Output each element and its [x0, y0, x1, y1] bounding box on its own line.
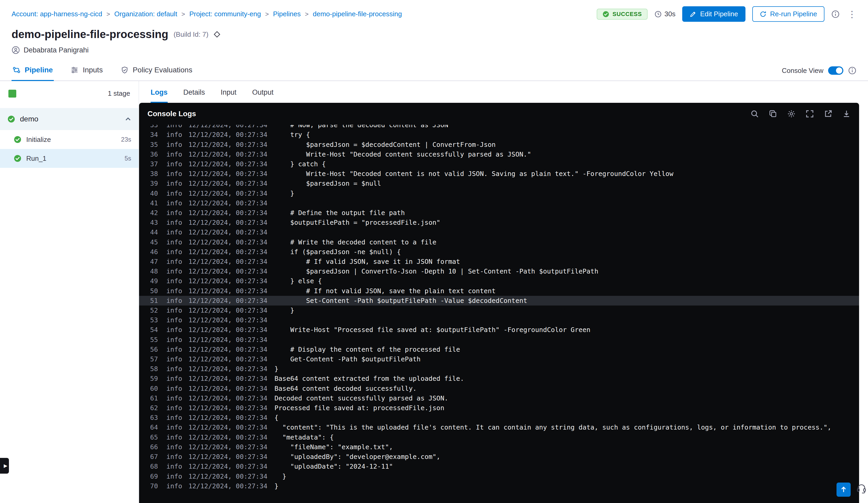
- log-line: 38info12/12/2024, 00:27:34 Write-Host "D…: [139, 169, 859, 179]
- status-badge: SUCCESS: [597, 9, 648, 20]
- log-timestamp: 12/12/2024, 00:27:34: [188, 169, 275, 179]
- log-text: $parsedJson = $null: [275, 179, 381, 188]
- log-timestamp: 12/12/2024, 00:27:34: [188, 218, 275, 227]
- step-initialize[interactable]: Initialize23s: [0, 130, 138, 149]
- tab-label: Inputs: [83, 66, 103, 74]
- main: LogsDetailsInputOutput Console Logs 33in…: [139, 81, 868, 503]
- log-text: } else {: [275, 276, 322, 286]
- console-view-toggle[interactable]: [828, 66, 843, 75]
- log-line: 36info12/12/2024, 00:27:34 Write-Host "D…: [139, 149, 859, 159]
- log-line: 34info12/12/2024, 00:27:34 try {: [139, 130, 859, 139]
- log-timestamp: 12/12/2024, 00:27:34: [188, 364, 275, 374]
- search-icon[interactable]: [751, 109, 759, 118]
- chevron-up-icon[interactable]: [125, 116, 131, 122]
- log-tab-input[interactable]: Input: [221, 88, 236, 103]
- log-line-number: 46: [144, 247, 158, 257]
- log-line: 57info12/12/2024, 00:27:34 Get-Content -…: [139, 354, 859, 364]
- duration-text: 30s: [664, 10, 675, 18]
- log-timestamp: 12/12/2024, 00:27:34: [188, 227, 275, 237]
- tab-pipeline[interactable]: Pipeline: [12, 61, 54, 81]
- top-bar: Account: app-harness-ng-cicd>Organizatio…: [0, 0, 868, 22]
- copy-icon[interactable]: [769, 109, 777, 118]
- log-timestamp: 12/12/2024, 00:27:34: [188, 125, 275, 130]
- log-timestamp: 12/12/2024, 00:27:34: [188, 276, 275, 286]
- settings-icon[interactable]: [787, 109, 796, 118]
- log-line: 62info12/12/2024, 00:27:34Processed file…: [139, 403, 859, 413]
- log-level: info: [166, 374, 188, 384]
- log-line: 69info12/12/2024, 00:27:34 }: [139, 472, 859, 481]
- breadcrumb-link[interactable]: Organization: default: [114, 10, 177, 18]
- step-run_1[interactable]: Run_15s: [0, 149, 138, 168]
- log-level: info: [166, 266, 188, 276]
- more-options-button[interactable]: ⋮: [847, 10, 858, 19]
- console-title: Console Logs: [147, 109, 196, 118]
- log-line-number: 39: [144, 179, 158, 188]
- log-timestamp: 12/12/2024, 00:27:34: [188, 247, 275, 257]
- breadcrumb-link[interactable]: Project: community-eng: [189, 10, 261, 18]
- rerun-pipeline-button[interactable]: Re-run Pipeline: [752, 6, 825, 22]
- step-duration: 23s: [121, 136, 131, 143]
- log-level: info: [166, 335, 188, 345]
- log-line: 68info12/12/2024, 00:27:34 "uploadDate":…: [139, 462, 859, 471]
- support-headset-icon[interactable]: [856, 483, 867, 494]
- download-icon[interactable]: [842, 109, 851, 118]
- log-timestamp: 12/12/2024, 00:27:34: [188, 422, 275, 432]
- step-name: Initialize: [26, 136, 51, 144]
- log-line: 54info12/12/2024, 00:27:34 Write-Host "P…: [139, 325, 859, 335]
- edit-pipeline-label: Edit Pipeline: [700, 10, 738, 18]
- log-level: info: [166, 413, 188, 422]
- log-line-number: 45: [144, 237, 158, 247]
- log-line-number: 66: [144, 442, 158, 452]
- log-timestamp: 12/12/2024, 00:27:34: [188, 296, 275, 305]
- log-line: 50info12/12/2024, 00:27:34 # If not vali…: [139, 286, 859, 296]
- log-line-number: 38: [144, 169, 158, 179]
- log-line: 33info12/12/2024, 00:27:34 # Now, parse …: [139, 125, 859, 130]
- tab-inputs[interactable]: Inputs: [70, 61, 104, 81]
- panel-expand-handle[interactable]: ▶: [0, 458, 9, 474]
- log-text: } catch {: [275, 159, 326, 169]
- breadcrumb-separator: >: [181, 10, 185, 18]
- log-text: Set-Content -Path $outputFilePath -Value…: [275, 296, 527, 305]
- log-body[interactable]: 33info12/12/2024, 00:27:34 # Now, parse …: [139, 125, 859, 503]
- log-timestamp: 12/12/2024, 00:27:34: [188, 384, 275, 394]
- log-text: }: [275, 189, 294, 198]
- log-level: info: [166, 442, 188, 452]
- log-level: info: [166, 159, 188, 169]
- scroll-to-top-button[interactable]: [837, 483, 851, 497]
- open-in-new-icon[interactable]: [824, 109, 832, 118]
- check-circle-icon: [14, 136, 21, 144]
- log-line: 64info12/12/2024, 00:27:34 "content": "T…: [139, 422, 859, 432]
- log-timestamp: 12/12/2024, 00:27:34: [188, 413, 275, 422]
- log-line-number: 54: [144, 325, 158, 335]
- console-header: Console Logs: [139, 103, 859, 125]
- log-timestamp: 12/12/2024, 00:27:34: [188, 325, 275, 335]
- log-line-number: 62: [144, 403, 158, 413]
- tab-policy-evaluations[interactable]: Policy Evaluations: [120, 61, 193, 81]
- log-text: Base64 content extracted from the upload…: [275, 374, 464, 384]
- log-line-number: 47: [144, 257, 158, 266]
- log-line-number: 44: [144, 227, 158, 237]
- log-timestamp: 12/12/2024, 00:27:34: [188, 159, 275, 169]
- log-text: }: [275, 481, 278, 491]
- log-tab-output[interactable]: Output: [252, 88, 273, 103]
- console-view-info-icon[interactable]: [848, 66, 856, 75]
- log-line-number: 55: [144, 335, 158, 345]
- clock-icon: [654, 10, 662, 18]
- log-level: info: [166, 286, 188, 296]
- log-line-number: 70: [144, 481, 158, 491]
- edit-pipeline-button[interactable]: Edit Pipeline: [682, 6, 745, 22]
- breadcrumb-link[interactable]: Account: app-harness-ng-cicd: [12, 10, 102, 18]
- log-line: 70info12/12/2024, 00:27:34}: [139, 481, 859, 491]
- log-text: # If not valid JSON, save the plain text…: [275, 286, 496, 296]
- log-line: 49info12/12/2024, 00:27:34 } else {: [139, 276, 859, 286]
- execution-tag-icon[interactable]: [214, 31, 220, 38]
- stage-demo[interactable]: demo: [0, 108, 138, 130]
- log-level: info: [166, 237, 188, 247]
- fullscreen-icon[interactable]: [806, 109, 814, 118]
- breadcrumb-link[interactable]: demo-pipeline-file-processing: [313, 10, 402, 18]
- log-line: 47info12/12/2024, 00:27:34 # If valid JS…: [139, 257, 859, 266]
- info-icon[interactable]: [831, 10, 840, 18]
- log-tab-details[interactable]: Details: [183, 88, 205, 103]
- breadcrumb-link[interactable]: Pipelines: [273, 10, 301, 18]
- log-tab-logs[interactable]: Logs: [151, 88, 168, 103]
